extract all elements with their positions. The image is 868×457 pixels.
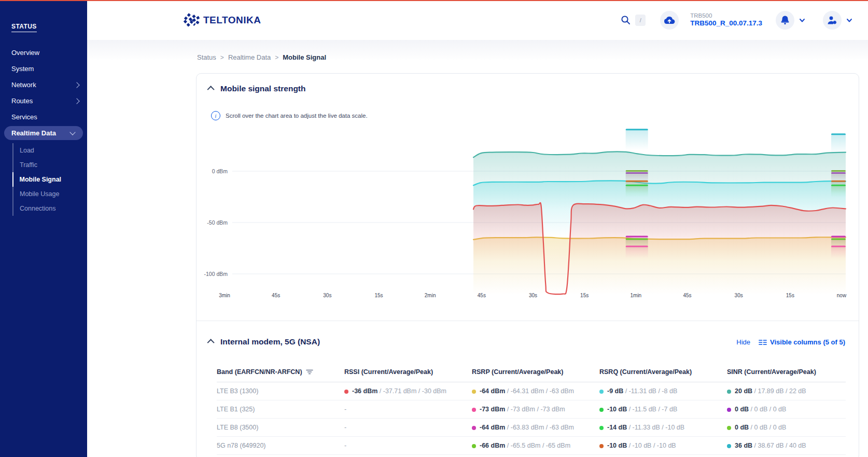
rssi-cell: -: [344, 406, 472, 413]
filter-icon[interactable]: [306, 369, 313, 375]
user-gear-icon: [827, 16, 837, 25]
chart-burst-band-line: [626, 185, 648, 186]
sidebar-item-network[interactable]: Network: [0, 77, 87, 93]
columns-icon: [759, 339, 767, 345]
chart-burst-band-line: [626, 236, 648, 237]
series-color-dot: [727, 444, 731, 448]
empty-value: -: [344, 442, 346, 449]
average-peak-values: / -73 dBm / -73 dBm: [505, 406, 565, 413]
rssi-cell: -: [344, 424, 472, 431]
column-header-band: Band (EARFCN/NR-ARFCN): [217, 368, 344, 376]
rsrq-cell: -10 dB / -11.5 dB / -7 dB: [599, 406, 727, 413]
chart-burst-band-line: [831, 239, 846, 240]
notifications-chevron-icon[interactable]: [799, 18, 805, 23]
chart-section-title: Mobile signal strength: [220, 84, 305, 93]
average-peak-values: / -63.83 dBm / -63 dBm: [505, 424, 574, 431]
current-value: -10 dB: [607, 442, 627, 449]
collapse-chart-chevron-icon[interactable]: [207, 86, 215, 93]
current-value: -66 dBm: [480, 442, 505, 449]
sidebar-item-routes[interactable]: Routes: [0, 93, 87, 109]
table-row: 5G n78 (649920)--66 dBm / -65.5 dBm / -6…: [217, 437, 846, 455]
current-value: -10 dB: [607, 406, 627, 413]
series-color-dot: [727, 408, 731, 412]
current-value: -64 dBm: [480, 424, 505, 431]
band-cell: 5G n78 (649920): [217, 442, 344, 449]
table-row: LTE B1 (325)--73 dBm / -73 dBm / -73 dBm…: [217, 400, 846, 419]
series-color-dot: [599, 408, 604, 412]
cloud-upload-icon: [664, 16, 675, 24]
chart-y-tick: -50 dBm: [207, 219, 228, 226]
sidebar-subnav: LoadTrafficMobile SignalMobile UsageConn…: [12, 143, 87, 216]
current-value: -36 dBm: [352, 387, 377, 395]
teltonika-logo-icon: [183, 12, 200, 28]
current-value: 20 dB: [735, 387, 752, 395]
content-card: Mobile signal strength i Scroll over the…: [196, 73, 859, 457]
breadcrumb-item-status[interactable]: Status: [197, 53, 216, 61]
chart-burst-band-line: [626, 239, 648, 240]
rssi-cell: -: [344, 442, 472, 449]
chart-burst-band-line: [831, 245, 846, 247]
chart-burst-band-line: [831, 181, 846, 182]
visible-columns-button[interactable]: Visible columns (5 of 5): [759, 338, 845, 346]
sinr-cell: 0 dB / 0 dB / 0 dB: [727, 424, 846, 431]
series-color-dot: [472, 444, 476, 448]
breadcrumb-item-realtime-data[interactable]: Realtime Data: [228, 53, 271, 61]
cloud-sync-button[interactable]: [660, 11, 679, 30]
visible-columns-label: Visible columns (5 of 5): [770, 338, 845, 346]
sidebar-section-status[interactable]: STATUS: [11, 23, 37, 32]
sidebar-subitem-mobile-signal[interactable]: Mobile Signal: [12, 172, 88, 187]
current-value: -64 dBm: [480, 387, 505, 395]
average-peak-values: / -37.71 dBm / -30 dBm: [377, 387, 446, 395]
sidebar-subitem-connections[interactable]: Connections: [13, 201, 87, 216]
search-button[interactable]: /: [621, 15, 646, 26]
average-peak-values: / 0 dB / 0 dB: [749, 424, 786, 431]
rsrp-cell: -64 dBm / -64.31 dBm / -63 dBm: [472, 387, 599, 395]
chart-burst-band-line: [626, 170, 648, 172]
column-header-rsrq: RSRQ (Current/Average/Peak): [599, 368, 727, 376]
device-info: TRB500 TRB500_R_00.07.17.3: [690, 12, 762, 28]
chart-burst-band-line: [626, 245, 648, 247]
sidebar-subitem-traffic[interactable]: Traffic: [13, 158, 87, 172]
sidebar-item-realtime-data[interactable]: Realtime Data: [4, 126, 83, 140]
column-header-label: RSRP (Current/Average/Peak): [472, 368, 563, 376]
sidebar-item-system[interactable]: System: [0, 61, 87, 77]
signal-table: Band (EARFCN/NR-ARFCN)RSSI (Current/Aver…: [217, 362, 846, 455]
table-row: LTE B8 (3500)--64 dBm / -63.83 dBm / -63…: [217, 419, 846, 437]
teltonika-logo: TELTONIKA: [183, 12, 261, 28]
sidebar-item-services[interactable]: Services: [0, 109, 87, 125]
column-header-label: Band (EARFCN/NR-ARFCN): [217, 368, 302, 376]
column-header-rssi: RSSI (Current/Average/Peak): [344, 368, 472, 376]
average-peak-values: / 0 dB / 0 dB: [749, 406, 786, 413]
chart-x-tick: 30s: [323, 293, 331, 298]
current-value: 0 dB: [735, 424, 749, 431]
current-value: 36 dB: [735, 442, 752, 449]
chart-burst-band-line: [831, 185, 846, 186]
search-icon: [621, 15, 631, 25]
chart-burst-band-line: [626, 172, 648, 174]
collapse-table-chevron-icon[interactable]: [207, 339, 215, 346]
user-menu-chevron-icon[interactable]: [846, 18, 852, 23]
series-color-dot: [344, 390, 348, 394]
chart-burst-band-line: [831, 236, 846, 237]
user-menu-button[interactable]: [823, 11, 842, 30]
current-value: 0 dB: [735, 406, 749, 413]
notifications-button[interactable]: [776, 11, 794, 30]
table-row: LTE B3 (1300)-36 dBm / -37.71 dBm / -30 …: [217, 382, 846, 400]
sidebar: STATUS OverviewSystemNetworkRoutesServic…: [0, 0, 87, 457]
section-divider: [197, 321, 859, 321]
breadcrumb-item-mobile-signal: Mobile Signal: [283, 53, 326, 61]
search-shortcut-key: /: [635, 15, 646, 26]
bell-icon: [780, 15, 790, 25]
band-cell: LTE B8 (3500): [217, 424, 344, 431]
breadcrumb-separator: >: [275, 54, 278, 61]
sidebar-subitem-load[interactable]: Load: [13, 143, 87, 158]
rsrq-cell: -10 dB / -10 dB / -10 dB: [599, 442, 727, 449]
current-value: -14 dB: [607, 424, 627, 431]
table-header-row: Band (EARFCN/NR-ARFCN)RSSI (Current/Aver…: [217, 362, 846, 382]
sidebar-subitem-mobile-usage[interactable]: Mobile Usage: [13, 187, 87, 201]
chevron-right-icon: [74, 82, 79, 88]
sidebar-item-overview[interactable]: Overview: [0, 45, 87, 61]
mobile-signal-chart[interactable]: 0 dBm-50 dBm-100 dBm3min45s30s15s2min45s…: [197, 126, 859, 304]
hide-link[interactable]: Hide: [736, 338, 750, 346]
sidebar-item-label: Services: [11, 113, 37, 121]
